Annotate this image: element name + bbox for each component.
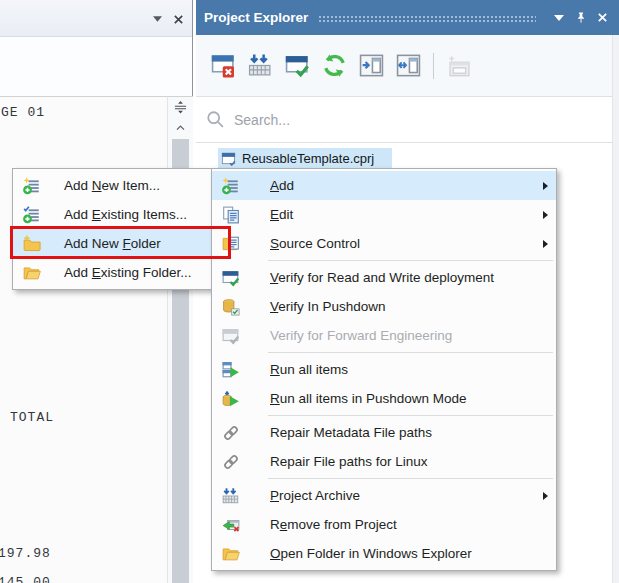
project-explorer-titlebar[interactable]: Project Explorer xyxy=(196,0,619,35)
tree-scrollbar-track[interactable] xyxy=(612,35,619,583)
edit-copy-icon xyxy=(221,205,241,225)
document-panel: GE 01 TOTAL 197.98 145.00 xyxy=(0,0,193,583)
report-text-line: GE 01 xyxy=(1,105,45,120)
menu-item-label: Add Existing Items... xyxy=(64,207,222,222)
menu-item-add-existing-folder[interactable]: Add Existing Folder... xyxy=(13,258,230,287)
tree-item-label: ReusableTemplate.cprj xyxy=(242,151,374,166)
project-explorer-toolbar xyxy=(196,35,612,96)
open-folder-icon xyxy=(221,544,241,564)
menu-item-label: Edit xyxy=(270,207,537,222)
add-new-item-icon xyxy=(22,176,42,196)
menu-item-add-new-item[interactable]: Add New Item... xyxy=(13,171,230,200)
submenu-arrow-icon xyxy=(543,492,548,500)
menu-item-label: Verify In Pushdown xyxy=(270,299,548,314)
run-pushdown-icon xyxy=(221,389,241,409)
menu-item-source-control[interactable]: Source Control xyxy=(212,229,556,258)
submenu-arrow-icon xyxy=(543,211,548,219)
open-item-icon[interactable] xyxy=(356,51,386,81)
menu-item-verify-for-forward-engineering: Verify for Forward Engineering xyxy=(212,321,556,350)
menu-separator xyxy=(268,260,553,261)
search-icon xyxy=(206,110,225,129)
menu-item-label: Run all items in Pushdown Mode xyxy=(270,391,548,406)
menu-item-label: Remove from Project xyxy=(270,517,548,532)
document-panel-toolbar-area xyxy=(0,37,192,96)
report-text-line: 197.98 xyxy=(0,546,51,561)
close-project-icon[interactable] xyxy=(208,51,238,81)
menu-item-label: Open Folder in Windows Explorer xyxy=(270,546,548,561)
add-existing-items-icon xyxy=(22,205,42,225)
menu-item-remove-from-project[interactable]: Remove from Project xyxy=(212,510,556,539)
source-control-icon xyxy=(221,234,241,254)
menu-item-label: Run all items xyxy=(270,362,548,377)
add-item-icon xyxy=(221,176,241,196)
menu-item-label: Verify for Read and Write deployment xyxy=(270,270,548,285)
menu-item-label: Verify for Forward Engineering xyxy=(270,328,548,343)
submenu-arrow-icon xyxy=(543,182,548,190)
menu-separator xyxy=(268,478,553,479)
menu-item-label: Repair Metadata File paths xyxy=(270,425,548,440)
menu-item-label: Add New Folder xyxy=(64,236,222,251)
context-menu: AddEditSource ControlVerify for Read and… xyxy=(211,168,557,571)
menu-item-label: Source Control xyxy=(270,236,537,251)
menu-item-run-all-items[interactable]: Run all items xyxy=(212,355,556,384)
verify-window-icon[interactable] xyxy=(282,51,312,81)
verify-disabled-icon xyxy=(221,326,241,346)
add-submenu: Add New Item...Add Existing Items...Add … xyxy=(12,168,231,290)
search-input[interactable]: Search... xyxy=(196,96,612,143)
panel-title: Project Explorer xyxy=(204,10,308,25)
submenu-arrow-icon xyxy=(543,240,548,248)
menu-item-verify-in-pushdown[interactable]: Verify In Pushdown xyxy=(212,292,556,321)
menu-separator xyxy=(268,352,553,353)
new-item-disabled-icon xyxy=(444,51,474,81)
document-panel-titlebar[interactable] xyxy=(0,0,192,37)
verify-window-icon xyxy=(221,268,241,288)
menu-item-label: Add Existing Folder... xyxy=(64,265,222,280)
pushdown-db-icon xyxy=(221,297,241,317)
project-file-icon xyxy=(221,151,242,166)
pin-icon[interactable] xyxy=(571,8,590,27)
screenshot-stage: GE 01 TOTAL 197.98 145.00 Project Explor… xyxy=(0,0,619,583)
menu-item-open-folder-in-windows-explorer[interactable]: Open Folder in Windows Explorer xyxy=(212,539,556,568)
tree-item-reusabletemplate[interactable]: ReusableTemplate.cprj xyxy=(218,148,392,169)
new-folder-icon xyxy=(22,234,42,254)
menu-item-project-archive[interactable]: Project Archive xyxy=(212,481,556,510)
project-archive-icon[interactable] xyxy=(245,51,275,81)
run-items-icon xyxy=(221,360,241,380)
link-icon xyxy=(221,423,241,443)
menu-item-label: Add New Item... xyxy=(64,178,222,193)
report-text-line: 145.00 xyxy=(0,575,51,583)
menu-item-add-new-folder[interactable]: Add New Folder xyxy=(13,229,230,258)
menu-item-label: Add xyxy=(270,178,537,193)
close-icon[interactable] xyxy=(169,10,187,28)
close-icon[interactable] xyxy=(593,8,612,27)
titlebar-drag-texture xyxy=(318,15,536,22)
existing-folder-icon xyxy=(22,263,42,283)
split-handle-icon[interactable] xyxy=(168,97,193,119)
search-placeholder: Search... xyxy=(234,112,290,128)
menu-item-run-all-items-in-pushdown-mode[interactable]: Run all items in Pushdown Mode xyxy=(212,384,556,413)
menu-item-add-existing-items[interactable]: Add Existing Items... xyxy=(13,200,230,229)
menu-item-repair-file-paths-for-linux[interactable]: Repair File paths for Linux xyxy=(212,447,556,476)
report-text-line: TOTAL xyxy=(10,410,54,425)
toolbar-separator xyxy=(433,53,434,79)
scroll-up-icon[interactable] xyxy=(168,119,193,135)
remove-from-project-icon xyxy=(221,515,241,535)
menu-item-edit[interactable]: Edit xyxy=(212,200,556,229)
menu-item-verify-for-read-and-write-deployment[interactable]: Verify for Read and Write deployment xyxy=(212,263,556,292)
chevron-down-icon[interactable] xyxy=(549,8,568,27)
menu-item-repair-metadata-file-paths[interactable]: Repair Metadata File paths xyxy=(212,418,556,447)
open-all-items-icon[interactable] xyxy=(393,51,423,81)
link-icon xyxy=(221,452,241,472)
project-archive-icon xyxy=(221,486,241,506)
menu-item-label: Repair File paths for Linux xyxy=(270,454,548,469)
menu-separator xyxy=(268,415,553,416)
chevron-down-icon[interactable] xyxy=(148,10,166,28)
menu-item-add[interactable]: Add xyxy=(212,171,556,200)
refresh-icon[interactable] xyxy=(319,51,349,81)
menu-item-label: Project Archive xyxy=(270,488,537,503)
